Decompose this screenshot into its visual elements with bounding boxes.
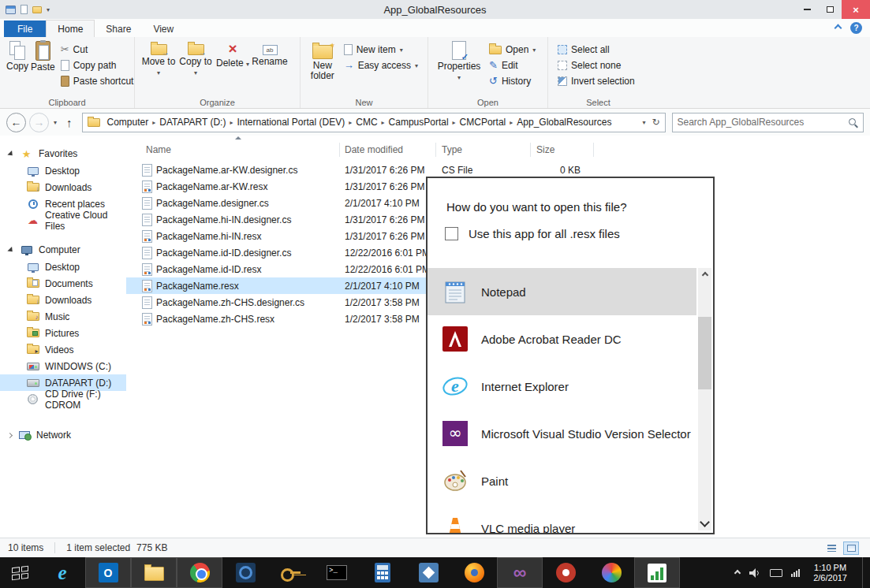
breadcrumb-item-campusportal[interactable]: CampusPortal (385, 117, 453, 128)
new-item-button[interactable]: New item ▾ (341, 42, 421, 58)
expand-chevron-icon[interactable] (7, 246, 14, 253)
app-option-visual-studio-version-selector[interactable]: ∞ Microsoft Visual Studio Version Select… (428, 410, 696, 457)
sidebar-item-computer-downloads[interactable]: Downloads (0, 292, 126, 308)
minimize-button[interactable] (796, 0, 819, 19)
column-header-type[interactable]: Type (442, 144, 462, 155)
sidebar-item-music[interactable]: Music (0, 308, 126, 325)
select-none-button[interactable]: Select none (554, 58, 638, 73)
breadcrumb-item-app-globalresources[interactable]: App_GlobalResources (513, 117, 615, 128)
help-icon[interactable]: ? (850, 22, 862, 34)
show-desktop-button[interactable] (862, 557, 867, 588)
easy-access-button[interactable]: → Easy access ▾ (341, 58, 421, 73)
back-button[interactable]: ← (6, 113, 26, 132)
scroll-down-button[interactable] (698, 513, 711, 530)
scrollbar-thumb[interactable] (698, 317, 711, 389)
open-button[interactable]: Open ▾ (486, 42, 539, 58)
search-input[interactable] (678, 117, 848, 128)
new-folder-button[interactable]: ★ New folder (307, 39, 338, 81)
copy-path-button[interactable]: Copy path (58, 58, 137, 73)
sidebar-section-network[interactable]: Network (0, 426, 126, 444)
column-header-size[interactable]: Size (536, 144, 554, 155)
network-tray-icon[interactable] (791, 569, 800, 577)
sidebar-item-cd-drive-f[interactable]: CD Drive (F:) CDROM (0, 391, 126, 408)
taskbar-icon-file-explorer[interactable] (131, 557, 177, 588)
select-all-button[interactable]: Select all (554, 42, 638, 58)
sidebar-section-computer[interactable]: Computer (0, 241, 126, 259)
taskbar-icon-internet-explorer[interactable]: e (39, 557, 85, 588)
search-icon[interactable] (848, 117, 858, 128)
properties-button[interactable]: Properties ▾ (435, 39, 484, 83)
explorer-app-icon[interactable] (6, 6, 16, 14)
address-dropdown-icon[interactable]: ▾ (642, 119, 645, 126)
breadcrumb-item-computer[interactable]: Computer (103, 117, 153, 128)
address-bar[interactable]: Computer ▸ DATAPART (D:) ▸ International… (82, 113, 666, 132)
forward-button[interactable]: → (29, 113, 49, 132)
sidebar-item-pictures[interactable]: Pictures (0, 325, 126, 341)
maximize-button[interactable] (819, 0, 842, 19)
tab-share[interactable]: Share (95, 20, 142, 37)
up-button[interactable]: ↑ (66, 116, 73, 129)
scroll-up-button[interactable] (698, 268, 711, 282)
recent-locations-chevron-icon[interactable]: ▾ (54, 119, 57, 126)
delete-button[interactable]: × Delete ▾ (215, 39, 250, 69)
paste-button[interactable]: Paste (31, 39, 55, 73)
taskbar-icon-firefox[interactable] (451, 557, 497, 588)
column-divider[interactable] (339, 143, 340, 157)
edit-button[interactable]: ✎ Edit (486, 58, 539, 73)
move-to-button[interactable]: → Move to ▾ (141, 39, 176, 78)
minimize-ribbon-icon[interactable] (835, 24, 842, 32)
breadcrumb-item-cmcportal[interactable]: CMCPortal (456, 117, 510, 128)
dialog-scrollbar[interactable] (698, 268, 711, 530)
breadcrumb-item-cmc[interactable]: CMC (352, 117, 381, 128)
hidden-icons-chevron-icon[interactable] (734, 569, 741, 575)
taskbar-icon-palette-app[interactable] (588, 557, 634, 588)
refresh-icon[interactable]: ↻ (652, 117, 659, 128)
breadcrumb-item-datapart[interactable]: DATAPART (D:) (155, 117, 230, 128)
file-row[interactable]: PackageName.ar-KW.designer.cs 1/31/2017 … (126, 162, 582, 178)
column-divider[interactable] (435, 143, 436, 157)
copy-to-button[interactable]: → Copy to ▾ (178, 39, 213, 78)
thumbnails-view-button[interactable] (843, 541, 859, 555)
collapse-chevron-icon[interactable] (7, 432, 13, 437)
tab-home[interactable]: Home (46, 20, 95, 37)
taskbar-icon-key-app[interactable] (268, 557, 314, 588)
cut-button[interactable]: ✂ Cut (58, 42, 137, 58)
breadcrumb-item-international-portal[interactable]: International Portal (DEV) (233, 117, 349, 128)
details-view-button[interactable] (823, 541, 839, 555)
tab-view[interactable]: View (142, 20, 185, 37)
app-option-internet-explorer[interactable]: e Internet Explorer (428, 363, 696, 410)
app-option-paint[interactable]: Paint (428, 457, 696, 504)
qat-new-folder-icon[interactable] (32, 6, 42, 13)
taskbar-icon-red-app[interactable] (543, 557, 588, 588)
use-app-checkbox[interactable] (445, 227, 458, 240)
app-option-vlc[interactable]: VLC media player (428, 504, 696, 534)
taskbar-icon-command-prompt[interactable]: >_ (314, 557, 360, 588)
sidebar-section-favorites[interactable]: ★ Favorites (0, 145, 126, 162)
close-button[interactable]: × (842, 0, 870, 19)
column-divider[interactable] (530, 143, 531, 157)
taskbar-icon-green-app[interactable] (634, 557, 680, 588)
taskbar-icon-chrome[interactable] (177, 557, 222, 588)
invert-selection-button[interactable]: Invert selection (554, 73, 638, 89)
taskbar-icon-calculator[interactable] (360, 557, 405, 588)
qat-customize-chevron-icon[interactable]: ▾ (47, 6, 50, 13)
tab-file[interactable]: File (4, 20, 46, 37)
keyboard-icon[interactable] (770, 569, 782, 577)
start-button[interactable] (0, 557, 39, 588)
sidebar-item-videos[interactable]: Videos (0, 341, 126, 358)
qat-properties-icon[interactable] (21, 5, 28, 14)
taskbar-clock[interactable]: 1:10 PM 2/6/2017 (808, 563, 852, 583)
sidebar-item-desktop[interactable]: Desktop (0, 162, 126, 179)
taskbar-icon-dark-blue-app[interactable] (222, 557, 268, 588)
sidebar-item-computer-desktop[interactable]: Desktop (0, 259, 126, 275)
taskbar-icon-visual-studio[interactable]: ∞ (497, 557, 543, 588)
sidebar-item-windows-c[interactable]: WINDOWS (C:) (0, 358, 126, 374)
app-option-adobe-reader[interactable]: Adobe Acrobat Reader DC (428, 315, 696, 363)
taskbar-icon-blue-app[interactable] (405, 557, 451, 588)
sidebar-item-downloads[interactable]: Downloads (0, 179, 126, 195)
sidebar-item-creative-cloud-files[interactable]: ☁ Creative Cloud Files (0, 212, 126, 229)
column-header-date-modified[interactable]: Date modified (345, 144, 403, 155)
rename-button[interactable]: ab Rename (252, 39, 287, 67)
paste-shortcut-button[interactable]: Paste shortcut (58, 73, 137, 89)
sidebar-item-documents[interactable]: Documents (0, 275, 126, 292)
